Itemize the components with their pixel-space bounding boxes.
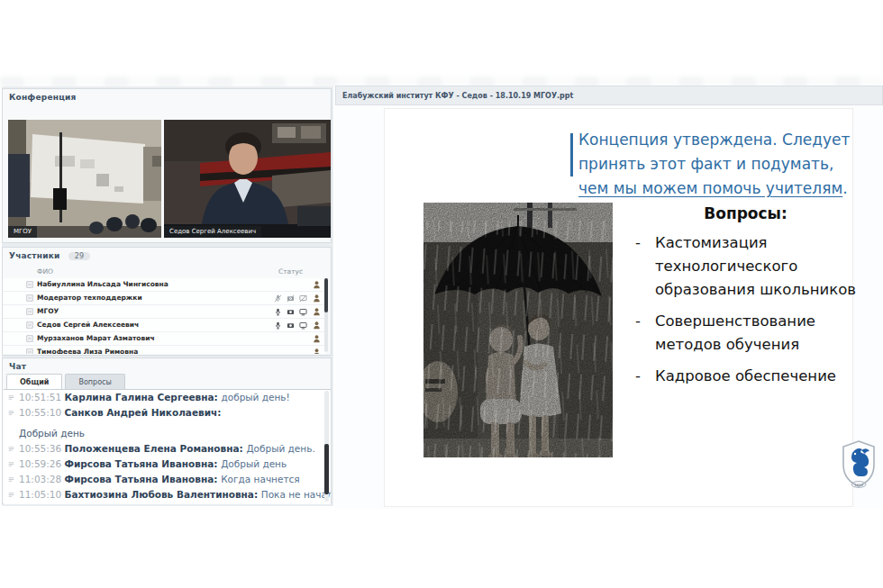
chat-message: 10:51:51 Карлина Галина Сергеевна: добры… bbox=[4, 390, 331, 405]
participant-row[interactable]: МГОУ bbox=[3, 305, 325, 319]
webinar-app-window: Конференция bbox=[0, 0, 883, 588]
participants-list[interactable]: Набиуллина Ильсада ЧингисовнаМодератор т… bbox=[3, 278, 325, 354]
message-text: Добрый день bbox=[19, 428, 85, 439]
message-text: Добрый день. bbox=[246, 443, 314, 454]
participant-row[interactable]: Тимофеева Лиза Римовна bbox=[3, 346, 325, 354]
column-header-status: Статус bbox=[278, 267, 303, 276]
slide-title-line3-underlined: чем мы можем помочь учителям bbox=[578, 179, 842, 197]
message-text: Пока не началась? bbox=[261, 489, 331, 500]
chat-message-list[interactable]: 10:51:51 Карлина Галина Сергеевна: добры… bbox=[4, 389, 331, 504]
message-icon bbox=[8, 476, 14, 483]
participant-row[interactable]: Мурзаханов Марат Азматович bbox=[3, 332, 325, 346]
video-label: Седов Сергей Алексеевич bbox=[164, 226, 261, 238]
speaker-video-frame bbox=[164, 120, 331, 238]
screen-icon bbox=[299, 308, 307, 316]
grip-icon bbox=[26, 281, 33, 288]
grip-icon bbox=[26, 348, 33, 354]
participant-row[interactable]: Набиуллина Ильсада Чингисовна bbox=[3, 278, 325, 292]
grip-icon bbox=[26, 294, 33, 302]
person-icon bbox=[313, 334, 321, 343]
participant-row[interactable]: Модератор техподдержки bbox=[3, 292, 325, 305]
chat-scrollbar-thumb[interactable] bbox=[324, 444, 329, 494]
slide-bullet-item: -Кастомизация технологического образован… bbox=[635, 231, 860, 302]
message-author: Карлина Галина Сергеевна: bbox=[65, 392, 222, 403]
message-author: Санков Андрей Николаевич: bbox=[65, 407, 222, 418]
message-author: Бахтиозина Любовь Валентиновна: bbox=[65, 489, 261, 500]
person-icon bbox=[313, 294, 321, 303]
chat-message: 11:14:47 Чулкова Татьяна Николаевна: Доб… bbox=[4, 502, 331, 504]
presentation-header-bar: Елабужский институт КФУ - Седов - 18.10.… bbox=[335, 86, 883, 105]
message-text: добрый день! bbox=[221, 392, 289, 403]
message-author: Положенцева Елена Романовна: bbox=[65, 443, 247, 454]
participant-name: Седов Сергей Алексеевич bbox=[37, 321, 139, 329]
participants-count-badge: 29 bbox=[68, 252, 91, 260]
slide-title-line2: принять этот факт и подумать, bbox=[578, 155, 833, 173]
presentation-area: Концепция утверждена. Следует принять эт… bbox=[335, 105, 883, 509]
message-icon bbox=[8, 394, 14, 401]
chat-scrollbar[interactable] bbox=[324, 391, 329, 502]
person-icon bbox=[313, 348, 321, 354]
video-feed-speaker[interactable]: Седов Сергей Алексеевич bbox=[164, 120, 331, 238]
camera-icon bbox=[287, 321, 295, 330]
bullet-text: Совершенствование методов обучения bbox=[655, 310, 860, 357]
participant-name: Мурзаханов Марат Азматович bbox=[37, 334, 155, 342]
grip-icon bbox=[26, 308, 33, 315]
bullet-marker: - bbox=[635, 231, 655, 302]
participant-status-icons bbox=[269, 308, 307, 316]
bullet-marker: - bbox=[635, 310, 655, 357]
camera-off-icon bbox=[287, 294, 295, 303]
tab-questions[interactable]: Вопросы bbox=[65, 374, 124, 390]
participants-table-header: ФИО Статус bbox=[3, 267, 331, 278]
screen-icon bbox=[299, 321, 307, 330]
logo-year: 1804 bbox=[854, 483, 864, 487]
tab-general[interactable]: Общий bbox=[6, 374, 62, 390]
bullet-text: Кастомизация технологического образовани… bbox=[655, 231, 860, 302]
message-time: 11:05:10 bbox=[19, 489, 65, 500]
message-time: 11:03:28 bbox=[19, 474, 65, 484]
chat-panel-title: Чат bbox=[3, 358, 331, 371]
participant-status-icons bbox=[269, 294, 307, 303]
classroom-video-frame bbox=[8, 120, 161, 238]
chat-message: 10:59:26 Фирсова Татьяна Ивановна: Добры… bbox=[4, 457, 331, 472]
conference-panel: Конференция bbox=[2, 88, 332, 243]
message-text: Когда начнется bbox=[221, 474, 299, 484]
video-feed-classroom[interactable]: МГОУ bbox=[8, 120, 161, 238]
grip-icon bbox=[26, 335, 33, 342]
message-author: Фирсова Татьяна Ивановна: bbox=[65, 474, 222, 484]
column-header-name: ФИО bbox=[37, 267, 53, 276]
participants-title: Участники bbox=[9, 251, 59, 260]
presentation-file-title: Елабужский институт КФУ - Седов - 18.10.… bbox=[336, 86, 882, 100]
chat-message: 11:05:10 Бахтиозина Любовь Валентиновна:… bbox=[4, 487, 331, 502]
participant-row[interactable]: Седов Сергей Алексеевич bbox=[3, 319, 325, 332]
slide-title-line1: Концепция утверждена. Следует bbox=[578, 131, 850, 149]
slide-title-accent-bar bbox=[570, 133, 573, 176]
participant-name: Тимофеева Лиза Римовна bbox=[37, 348, 138, 354]
participants-panel: Участники 29 ФИО Статус Набиуллина Ильса… bbox=[2, 247, 332, 356]
chat-message: 10:55:36 Положенцева Елена Романовна: До… bbox=[4, 441, 331, 457]
bullet-marker: - bbox=[635, 365, 655, 388]
message-time: 10:55:10 bbox=[19, 407, 65, 418]
mic-icon bbox=[274, 321, 282, 330]
camera-icon bbox=[287, 308, 295, 316]
conference-panel-title: Конференция bbox=[3, 89, 331, 102]
mic-icon bbox=[274, 308, 282, 316]
slide-bullet-item: -Совершенствование методов обучения bbox=[635, 310, 860, 357]
participant-name: Набиуллина Ильсада Чингисовна bbox=[37, 280, 168, 288]
chat-panel: Чат Общий Вопросы 10:51:51 Карлина Галин… bbox=[2, 357, 332, 504]
message-icon bbox=[8, 492, 14, 498]
participants-scrollbar-thumb[interactable] bbox=[324, 278, 328, 312]
slide-title-line3-tail: . bbox=[842, 179, 847, 197]
grip-icon bbox=[26, 321, 33, 329]
person-icon bbox=[313, 321, 321, 330]
person-icon bbox=[313, 280, 321, 289]
slide-questions-heading: Вопросы: bbox=[635, 204, 856, 222]
participant-status-icons bbox=[269, 321, 307, 330]
participant-name: МГОУ bbox=[37, 307, 59, 315]
children-under-umbrella-photo bbox=[423, 203, 613, 457]
slide-bullet-list: -Кастомизация технологического образован… bbox=[635, 231, 860, 396]
participants-scrollbar[interactable] bbox=[324, 278, 328, 352]
slide-bullet-item: -Кадровое обеспечение bbox=[635, 365, 860, 388]
chat-tabs: Общий Вопросы bbox=[6, 374, 125, 389]
left-column: Конференция bbox=[2, 86, 333, 506]
message-icon bbox=[8, 410, 14, 416]
